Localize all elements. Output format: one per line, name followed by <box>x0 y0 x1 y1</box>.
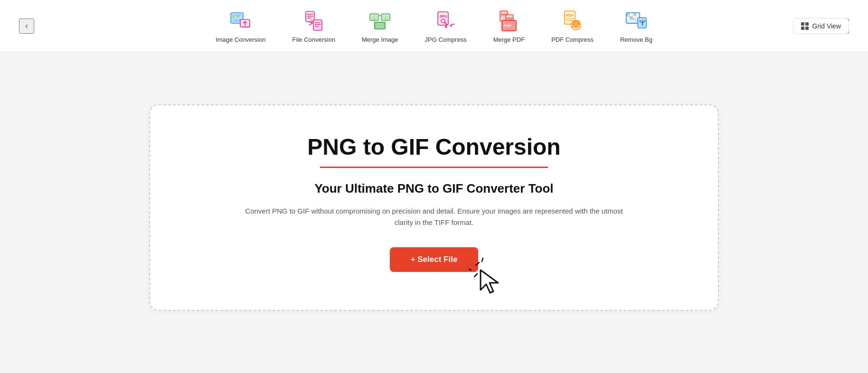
select-file-button[interactable]: + Select File <box>390 247 479 272</box>
svg-rect-38 <box>630 13 633 16</box>
svg-marker-50 <box>481 270 498 293</box>
file-conversion-icon <box>302 9 326 33</box>
nav-item-file-conversion[interactable]: File Conversion <box>279 5 349 47</box>
grid-view-icon <box>801 22 809 30</box>
nav-item-pdf-compress[interactable]: PDF PDF Compress <box>538 5 607 47</box>
card-description: Convert PNG to GIF without compromising … <box>244 205 624 228</box>
nav-item-merge-pdf[interactable]: PDF PDF PDF Merge PDF <box>480 5 538 47</box>
nav-item-merge-image[interactable]: Merge Image <box>349 5 412 47</box>
card-title-underline <box>320 167 548 168</box>
image-conversion-label: Image Conversion <box>216 36 266 43</box>
svg-line-49 <box>482 258 483 261</box>
svg-rect-41 <box>626 16 630 19</box>
svg-rect-39 <box>633 13 636 16</box>
svg-text:PDF: PDF <box>566 13 574 18</box>
grid-view-button[interactable]: Grid View <box>793 18 849 34</box>
merge-image-icon <box>368 9 392 33</box>
card-title: PNG to GIF Conversion <box>307 134 560 160</box>
jpg-compress-label: JPG Compress <box>425 36 467 43</box>
nav-item-remove-bg[interactable]: Remove Bg <box>607 5 666 47</box>
nav-item-jpg-compress[interactable]: JPG JPG Compress <box>412 5 480 47</box>
svg-line-48 <box>474 274 477 277</box>
conversion-card: PNG to GIF Conversion Your Ultimate PNG … <box>149 104 719 311</box>
svg-point-29 <box>574 21 578 28</box>
merge-image-label: Merge Image <box>362 36 398 43</box>
merge-pdf-label: Merge PDF <box>493 36 525 43</box>
file-conversion-label: File Conversion <box>292 36 335 43</box>
image-conversion-icon <box>228 9 253 33</box>
pdf-compress-icon: PDF <box>560 9 585 33</box>
nav-item-image-conversion[interactable]: Image Conversion <box>202 5 279 47</box>
nav-prev-button[interactable]: ‹ <box>19 19 34 34</box>
main-content: PNG to GIF Conversion Your Ultimate PNG … <box>0 52 868 373</box>
card-subtitle: Your Ultimate PNG to GIF Converter Tool <box>314 181 553 196</box>
svg-rect-1 <box>233 15 241 21</box>
svg-text:PDF: PDF <box>507 17 514 20</box>
grid-view-label: Grid View <box>812 22 841 30</box>
svg-rect-4 <box>306 11 314 22</box>
remove-bg-label: Remove Bg <box>620 36 652 43</box>
svg-rect-14 <box>375 22 385 29</box>
svg-rect-8 <box>313 20 322 30</box>
select-file-wrapper: + Select File <box>390 247 479 272</box>
top-nav: ‹ Image Conversion <box>0 0 868 52</box>
pdf-compress-label: PDF Compress <box>551 36 594 43</box>
svg-text:PDF: PDF <box>504 24 511 28</box>
merge-pdf-icon: PDF PDF PDF <box>497 9 521 33</box>
jpg-compress-icon: JPG <box>434 9 458 33</box>
remove-bg-icon <box>624 9 649 33</box>
nav-items: Image Conversion File Conversion <box>34 5 834 47</box>
svg-text:JPG: JPG <box>439 14 447 19</box>
